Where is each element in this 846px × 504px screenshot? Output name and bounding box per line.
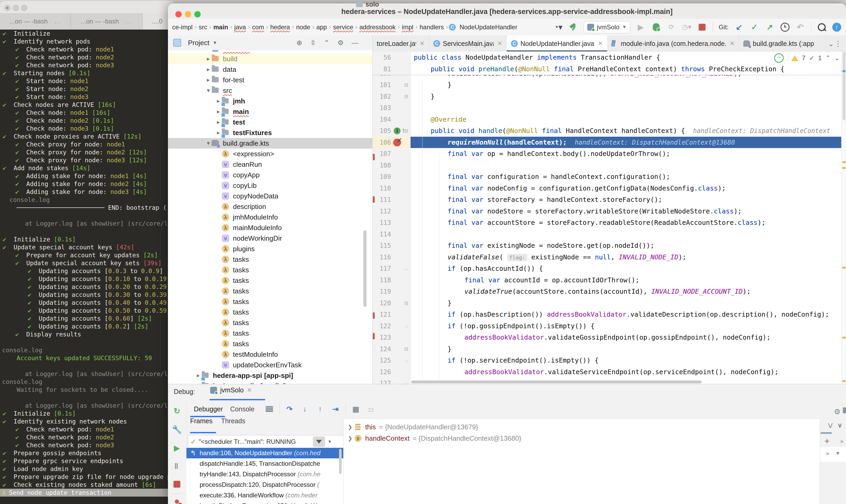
tab-console[interactable]: Console xyxy=(230,405,254,413)
tree-item-copyApp[interactable]: vcopyApp xyxy=(168,170,372,180)
tree-item-tasks[interactable]: λtasks xyxy=(168,307,372,318)
breadcrumb-item[interactable]: ce-impl xyxy=(171,23,194,31)
debug-session-tab[interactable]: jvmSolo ✕ xyxy=(210,386,252,394)
tab-debugger[interactable]: Debugger xyxy=(194,405,223,413)
tree-item-plugins[interactable]: λplugins xyxy=(168,244,372,254)
tree-chevron-icon[interactable]: ▸ xyxy=(215,119,221,126)
editor-tab-module-info.java[interactable]: module-info.java (com.hedera.node.app)✕ xyxy=(607,35,739,52)
editor-hscrollbar[interactable] xyxy=(411,380,702,383)
tree-item-copyNodeData[interactable]: vcopyNodeData xyxy=(168,191,372,201)
breadcrumb-item[interactable]: java xyxy=(233,23,247,31)
tree-chevron-icon[interactable]: ▸ xyxy=(206,76,211,84)
project-view-selector[interactable]: Project xyxy=(188,39,209,47)
expand-all-icon[interactable]: ⇳ xyxy=(310,39,316,47)
tree-item-copyLib[interactable]: vcopyLib xyxy=(168,180,372,191)
restore-layout-icon[interactable]: ⚏ xyxy=(366,404,376,414)
gear-icon[interactable]: ⚙ xyxy=(834,408,841,416)
close-icon[interactable]: ✕ xyxy=(730,40,735,47)
tree-item-jmh[interactable]: ▸jmh xyxy=(168,96,372,106)
editor-error-stripe[interactable] xyxy=(841,52,846,384)
tree-item-src[interactable]: ▾src xyxy=(168,85,372,96)
resume-icon[interactable]: ▶ xyxy=(172,443,182,453)
tree-item-buildgradlekts[interactable]: ▾build.gradle.kts xyxy=(168,138,372,148)
chevron-down-icon[interactable]: ▼ xyxy=(328,439,332,444)
close-icon[interactable]: ✕ xyxy=(598,40,602,47)
breadcrumb-item[interactable]: app xyxy=(315,23,328,31)
project-scrollbar[interactable] xyxy=(363,230,367,307)
profiler-dropdown-button[interactable]: ◷▾ xyxy=(682,22,691,32)
tree-item-tasks[interactable]: λtasks xyxy=(168,318,372,328)
settings-wrench-icon[interactable]: 🔧 xyxy=(172,424,182,435)
layout-settings-icon[interactable] xyxy=(843,408,846,413)
thread-selector[interactable]: ✓ "<scheduler Tr..."main": RUNNING ▼ xyxy=(188,435,344,448)
locate-file-icon[interactable]: ⊕ xyxy=(297,39,302,47)
step-over-icon[interactable]: ↷ xyxy=(284,404,295,414)
editor-tab-NodeUpdateHandler.java[interactable]: CNodeUpdateHandler.java✕ xyxy=(507,35,607,52)
pause-icon[interactable]: ‖ xyxy=(172,461,182,471)
tree-item-mainModuleInfo[interactable]: λmainModuleInfo xyxy=(168,222,372,233)
stop-button[interactable] xyxy=(697,22,707,32)
tree-item-tasks[interactable]: λtasks xyxy=(168,339,372,349)
step-out-icon[interactable]: ↑ xyxy=(315,404,325,414)
variable-row[interactable]: ❯phandleContext= {DispatchHandleContext@… xyxy=(343,433,820,444)
more-icon[interactable]: » xyxy=(840,438,843,445)
variable-row[interactable]: ❯this= {NodeUpdateHandler@13679} xyxy=(343,421,820,432)
tree-chevron-icon[interactable]: ▸ xyxy=(215,129,221,136)
tab-frames[interactable]: Frames xyxy=(190,417,213,425)
hide-panel-icon[interactable]: — xyxy=(351,39,358,47)
tree-item-tasks[interactable]: λtasks xyxy=(168,265,372,275)
chevron-down-icon[interactable]: ∨ xyxy=(838,422,842,429)
editor-tab-toreLoader.java[interactable]: toreLoader.java✕ xyxy=(373,35,429,52)
terminal-tab[interactable]: ...on — -bash... xyxy=(0,13,71,30)
git-commit-icon[interactable]: ✓ xyxy=(750,22,759,32)
close-icon[interactable]: ✕ xyxy=(247,387,252,394)
terminal-tab-menu[interactable]: ... xyxy=(54,18,61,25)
updates-icon[interactable]: ↑ xyxy=(832,23,841,32)
step-into-icon[interactable]: ↓ xyxy=(300,404,310,414)
search-icon[interactable] xyxy=(817,22,826,32)
add-watch-icon[interactable]: + xyxy=(824,436,830,446)
expand-icon[interactable]: ❯ xyxy=(346,435,355,442)
frame-row[interactable]: handlePlatformTransaction:256, HandleW xyxy=(187,501,343,504)
tree-chevron-icon[interactable]: ▸ xyxy=(215,108,221,115)
tree-item-testFixtures[interactable]: ▸testFixtures xyxy=(168,127,372,138)
tree-item-test[interactable]: ▸test xyxy=(168,117,372,127)
tree-item-expression[interactable]: λ<expression> xyxy=(168,148,372,159)
breadcrumb-item[interactable]: node xyxy=(295,23,311,31)
tree-item-tasks[interactable]: λtasks xyxy=(168,275,372,286)
terminal-minimize-button[interactable] xyxy=(13,5,19,11)
tree-item-tasks[interactable]: λtasks xyxy=(168,296,372,307)
terminal-output[interactable]: ✔ Initialize✔ Identify network pods✔ Che… xyxy=(0,30,172,504)
terminal-tab-menu[interactable]: ... xyxy=(126,18,132,25)
tree-item-tasks[interactable]: λtasks xyxy=(168,328,372,339)
layout-icon[interactable] xyxy=(264,404,275,414)
terminal-tab[interactable]: ...on — -bash... xyxy=(71,13,143,30)
rerun-icon[interactable]: ↻ xyxy=(172,406,182,416)
tree-chevron-icon[interactable]: ▸ xyxy=(215,97,221,105)
breadcrumb-item[interactable]: main xyxy=(212,23,229,31)
tree-item-updateDockerEnvTask[interactable]: vupdateDockerEnvTask xyxy=(168,360,372,370)
run-to-cursor-icon[interactable]: ⇥ xyxy=(330,404,341,414)
tree-chevron-icon[interactable]: ▾ xyxy=(206,140,211,147)
tab-threads[interactable]: Threads xyxy=(221,417,245,425)
frame-row[interactable]: ↰handle:106, NodeUpdateHandler (com.hed xyxy=(187,448,343,458)
prev-problem-icon[interactable]: ⌃ xyxy=(825,54,831,62)
frame-row[interactable]: tryHandle:143, DispatchProcessor (com.he xyxy=(187,469,343,480)
frame-row[interactable]: processDispatch:120, DispatchProcessor ( xyxy=(187,480,343,490)
git-push-icon[interactable]: ↗ xyxy=(765,22,774,32)
tree-chevron-icon[interactable]: ▸ xyxy=(195,372,201,379)
code-editor[interactable]: 5681100101⊟102⊟103104105I↑⊟1061071081091… xyxy=(373,52,846,384)
git-update-icon[interactable]: ↙ xyxy=(734,22,744,32)
frame-row[interactable]: dispatchHandle:145, TransactionDispatche xyxy=(187,458,343,469)
tree-item-data[interactable]: ▸data xyxy=(168,64,372,75)
run-button[interactable]: ▶ xyxy=(636,22,646,32)
close-icon[interactable]: ✕ xyxy=(420,40,425,47)
tab-options-icon[interactable]: ⋮ xyxy=(834,39,842,48)
tree-chevron-icon[interactable]: ▸ xyxy=(206,66,211,73)
tree-item-cleanRun[interactable]: vcleanRun xyxy=(168,159,372,170)
tree-item-build[interactable]: ▸build xyxy=(168,54,372,64)
tab-overflow-chevron-icon[interactable]: ⌄ xyxy=(828,40,834,48)
history-icon[interactable] xyxy=(780,22,790,32)
filter-icon[interactable] xyxy=(313,436,325,447)
stop-icon[interactable] xyxy=(172,479,182,489)
